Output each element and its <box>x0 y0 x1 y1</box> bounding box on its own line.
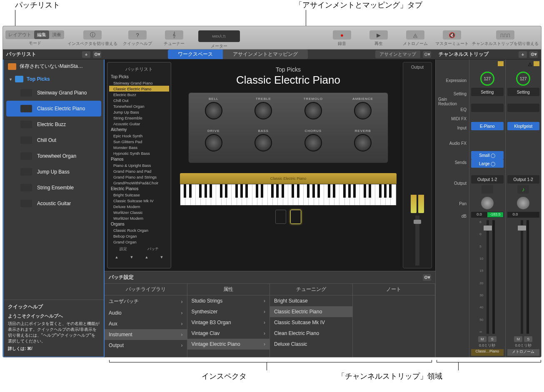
patch-action-button[interactable]: ⊙▾ <box>93 51 101 58</box>
inspector-toggle-button[interactable]: ⓘ インスペクタを切り替える <box>67 28 117 47</box>
inspector-row[interactable]: Studio Strings› <box>187 295 270 306</box>
knob-reverb[interactable]: REVERB <box>342 129 384 159</box>
inspector-action-button[interactable]: ⊙▾ <box>423 274 431 281</box>
mode-layout[interactable]: レイアウト <box>5 30 34 39</box>
setting-slot[interactable]: Setting <box>507 88 540 96</box>
tuner-button[interactable]: 𝄞 チューナー <box>157 28 191 47</box>
master-mute-button[interactable]: 🔇 マスターミュート <box>435 28 469 47</box>
inspector-row[interactable]: Vintage Electric Piano› <box>187 339 270 350</box>
tab-assign-map[interactable]: アサインメントとマッピング <box>223 50 308 59</box>
mode-buttons[interactable]: レイアウト 編集 演奏 <box>5 30 64 39</box>
pedal-2[interactable] <box>290 210 301 224</box>
add-channel-button[interactable]: + <box>519 51 527 58</box>
ws-patch-item[interactable]: Piano & Upright Bass <box>109 162 169 168</box>
output-slot[interactable]: Output 1-2 <box>471 175 504 184</box>
knob-chorus[interactable]: CHORUS <box>292 129 334 159</box>
setting-slot[interactable]: Setting <box>471 88 504 96</box>
inspector-tab[interactable]: パッチライブラリ <box>105 284 187 295</box>
patch-up-button[interactable]: ▲ <box>145 255 149 259</box>
solo-button[interactable]: S <box>488 336 497 342</box>
knob-ambience[interactable]: AMBIENCE <box>342 97 384 127</box>
ws-patch-item[interactable]: GrandPnoWithPad&Choir <box>109 180 169 186</box>
audiofx-slot[interactable] <box>471 131 504 150</box>
inspector-tab[interactable]: 属性 <box>187 284 270 295</box>
inspector-row[interactable]: Clean Electric Piano <box>270 328 352 339</box>
ws-group[interactable]: Alchemy <box>109 127 169 133</box>
knob-treble[interactable]: TREBLE <box>243 97 284 127</box>
inspector-row[interactable]: Classic Suitcase Mk IV <box>270 317 352 328</box>
set-item[interactable]: ▾ Top Picks <box>4 73 104 85</box>
inspector-tab[interactable]: ノート <box>353 284 436 295</box>
inspector-tab[interactable]: チューニング <box>270 284 353 295</box>
set-up-button[interactable]: ▲ <box>115 255 119 259</box>
send-slot[interactable]: Small ◯ <box>471 151 504 159</box>
input-slot[interactable]: E-Piano <box>471 122 504 130</box>
add-patch-button[interactable]: + <box>82 51 90 58</box>
ws-patch-item[interactable]: Grand Piano and Pad <box>109 168 169 174</box>
ws-group[interactable]: Organs <box>109 221 169 227</box>
ws-patch-item[interactable]: Wurlitzer Modern <box>109 215 169 221</box>
keyboard-keys[interactable] <box>180 184 397 206</box>
inspector-row[interactable]: ユーザパッチ› <box>105 295 187 308</box>
ws-patch-item[interactable]: Chill Out <box>109 97 169 103</box>
metronome-button[interactable]: ◬ メトロノーム <box>399 28 432 47</box>
ws-patch-item[interactable]: Deluxe Modern <box>109 203 169 209</box>
concert-item[interactable]: 保存されていないMainSta… <box>4 60 104 73</box>
ws-group[interactable]: Top Picks <box>109 74 169 80</box>
output-fader[interactable] <box>415 216 419 265</box>
ws-patch-item[interactable]: Bright Suitcase <box>109 192 169 198</box>
ws-group[interactable]: Pianos <box>109 156 169 162</box>
fader[interactable]: 605101520304050∞ <box>471 218 504 335</box>
ws-patch-item[interactable]: Grand Organ <box>109 239 169 245</box>
inspector-row[interactable]: Classic Electric Piano <box>270 306 352 317</box>
ws-group[interactable]: Electric Pianos <box>109 186 169 192</box>
sidebar-patch-item[interactable]: Jump Up Bass <box>4 164 104 180</box>
pan-knob[interactable] <box>517 197 529 209</box>
ws-patch-item[interactable]: Steinway Grand Piano <box>109 80 169 86</box>
assign-map-pill[interactable]: アサインとマップ <box>375 50 420 58</box>
inspector-row[interactable]: Deluxe Classic <box>270 339 352 350</box>
keyboard-control[interactable]: Classic Electric Piano <box>180 173 397 206</box>
pan-knob[interactable] <box>481 197 494 209</box>
inspector-row[interactable]: Audio› <box>105 308 187 318</box>
sidebar-patch-item[interactable]: Chill Out <box>4 132 104 148</box>
knob-dial[interactable] <box>205 102 222 119</box>
channel-name[interactable]: メトロノーム <box>507 349 540 356</box>
knob-bass[interactable]: BASS <box>243 129 284 159</box>
ws-patch-item[interactable]: String Ensemble <box>109 115 169 121</box>
ws-patch-item[interactable]: Jump Up Bass <box>109 109 169 115</box>
mute-button[interactable]: M <box>478 336 487 342</box>
knob-drive[interactable]: DRIVE <box>193 129 235 159</box>
eq-slot[interactable] <box>507 104 540 112</box>
fader[interactable] <box>507 218 540 335</box>
quick-help-button[interactable]: ? クイックヘルプ <box>121 28 154 47</box>
input-slot[interactable]: Klopfgeist <box>507 122 540 130</box>
ws-patch-item[interactable]: Bebop Organ <box>109 233 169 239</box>
knob-dial[interactable] <box>304 134 322 151</box>
knob-dial[interactable] <box>354 134 372 151</box>
inspector-row[interactable]: Output› <box>105 340 187 351</box>
knob-dial[interactable] <box>205 134 222 151</box>
knob-bell[interactable]: BELL <box>193 97 235 127</box>
workspace-action-button[interactable]: ⊙▾ <box>423 51 431 58</box>
play-button[interactable]: ▶ 再生 <box>362 28 395 47</box>
inspector-row[interactable]: Instrument› <box>105 329 187 340</box>
ws-patch-item[interactable]: Classic Suitcase Mk IV <box>109 198 169 203</box>
knob-tremolo[interactable]: TREMOLO <box>292 97 334 127</box>
tab-workspace[interactable]: ワークスペース <box>168 50 223 59</box>
ws-patch-item[interactable]: Classic Electric Piano <box>109 86 169 92</box>
inspector-row[interactable]: Aux› <box>105 318 187 329</box>
record-button[interactable]: ● 録音 <box>325 28 359 47</box>
send-slot[interactable]: Large ◯ <box>471 159 504 168</box>
eq-slot[interactable] <box>471 104 504 112</box>
mute-button[interactable]: M <box>514 336 522 342</box>
sidebar-patch-item[interactable]: Tonewheel Organ <box>4 148 104 164</box>
solo-button[interactable]: S <box>524 336 532 342</box>
knob-dial[interactable] <box>255 102 272 119</box>
knob-dial[interactable] <box>354 102 372 119</box>
pedal-1[interactable] <box>275 210 286 224</box>
ws-patch-item[interactable]: Electric Buzz <box>109 92 169 97</box>
mode-perform[interactable]: 演奏 <box>49 30 64 39</box>
output-slot[interactable]: Output 1-2 <box>507 175 540 184</box>
ws-patch-item[interactable]: Acoustic Guitar <box>109 121 169 127</box>
